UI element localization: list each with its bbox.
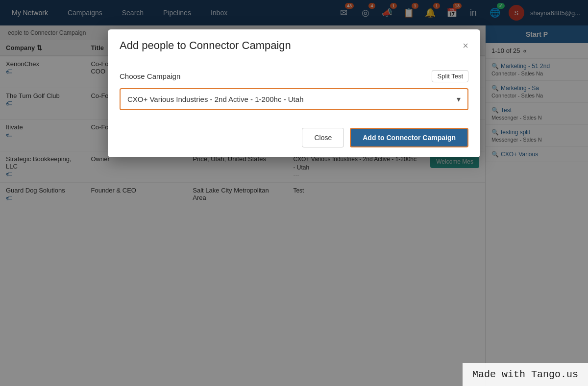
modal-dialog: Add people to Connector Campaign × Choos… bbox=[108, 29, 480, 157]
campaign-select-wrapper[interactable]: CXO+ Various Industries - 2nd Active - 1… bbox=[120, 88, 468, 110]
close-button[interactable]: Close bbox=[302, 128, 344, 147]
add-to-connector-button[interactable]: Add to Connector Campaign bbox=[350, 128, 468, 147]
tango-watermark: Made with Tango.us bbox=[463, 363, 588, 386]
campaign-select[interactable]: CXO+ Various Industries - 2nd Active - 1… bbox=[121, 89, 457, 109]
modal-footer: Close Add to Connector Campaign bbox=[108, 120, 480, 157]
modal-title: Add people to Connector Campaign bbox=[120, 39, 291, 52]
choose-campaign-row: Choose Campaign Split Test bbox=[120, 70, 468, 82]
modal-close-button[interactable]: × bbox=[463, 41, 468, 50]
modal-body: Choose Campaign Split Test CXO+ Various … bbox=[108, 60, 480, 120]
choose-campaign-label: Choose Campaign bbox=[120, 72, 180, 80]
modal-header: Add people to Connector Campaign × bbox=[108, 29, 480, 60]
modal-overlay: Add people to Connector Campaign × Choos… bbox=[0, 0, 588, 386]
split-test-button[interactable]: Split Test bbox=[432, 70, 468, 82]
chevron-down-icon: ▾ bbox=[457, 95, 467, 104]
